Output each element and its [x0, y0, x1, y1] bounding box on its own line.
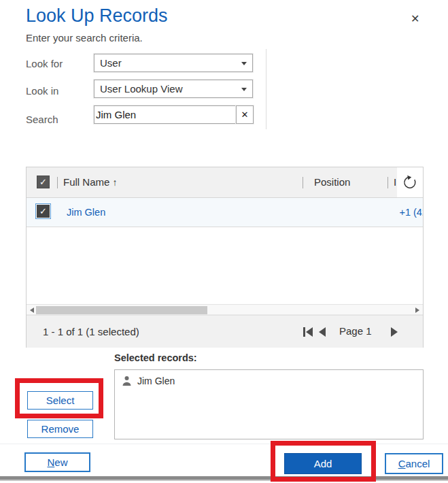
cancel-button[interactable]: Cancel	[385, 453, 443, 474]
search-value: Jim Glen	[96, 109, 136, 120]
sort-ascending-icon: ↑	[113, 177, 118, 188]
record-count-status: 1 - 1 of 1 (1 selected)	[43, 326, 139, 337]
page-title: Look Up Records	[26, 5, 168, 27]
next-page-icon[interactable]	[391, 327, 398, 337]
search-label: Search	[26, 114, 58, 125]
window-bottom-edge-shadow	[0, 480, 448, 481]
look-in-value: User Lookup View	[100, 83, 182, 95]
remove-button[interactable]: Remove	[27, 420, 93, 438]
dialog-subtitle: Enter your search criteria.	[26, 32, 143, 44]
selected-records-label: Selected records:	[114, 352, 197, 363]
column-header-full-name[interactable]: Full Name ↑	[63, 176, 118, 188]
check-icon: ✓	[39, 206, 47, 216]
row-phone-value: +1 (42	[399, 207, 423, 218]
scrollbar-thumb[interactable]	[36, 306, 207, 314]
new-button[interactable]: New	[24, 452, 90, 472]
grid-header: ✓ Full Name ↑ Position I	[27, 167, 423, 198]
first-page-icon	[303, 327, 305, 337]
horizontal-scrollbar[interactable]	[27, 304, 423, 315]
look-for-value: User	[100, 57, 122, 69]
column-header-position[interactable]: Position	[314, 176, 350, 188]
clear-search-button[interactable]: ✕	[236, 105, 254, 124]
list-item[interactable]: Jim Glen	[122, 376, 175, 386]
first-page-icon	[306, 327, 313, 337]
add-button[interactable]: Add	[284, 453, 362, 474]
check-icon: ✓	[39, 177, 47, 187]
scroll-left-icon[interactable]	[30, 307, 34, 313]
refresh-icon	[402, 175, 417, 190]
lookup-records-dialog: Look Up Records ✕ Enter your search crit…	[0, 0, 448, 483]
select-button[interactable]: Select	[27, 391, 93, 410]
look-for-label: Look for	[26, 58, 63, 69]
look-in-dropdown[interactable]: User Lookup View	[94, 80, 253, 98]
selected-records-box: Jim Glen	[114, 369, 424, 439]
selected-record-name: Jim Glen	[137, 376, 175, 386]
previous-page-icon[interactable]	[319, 327, 326, 337]
form-divider	[266, 49, 266, 129]
close-icon[interactable]: ✕	[409, 11, 421, 27]
page-number-label: Page 1	[339, 325, 372, 337]
chevron-down-icon	[241, 88, 247, 91]
results-grid: ✓ Full Name ↑ Position I ✓ Jim Glen	[26, 167, 424, 348]
chevron-down-icon	[241, 62, 247, 65]
row-checkbox[interactable]: ✓	[37, 205, 50, 218]
column-header-truncated[interactable]: I	[394, 176, 396, 188]
first-page-button[interactable]	[303, 327, 313, 337]
column-divider	[303, 177, 303, 188]
column-divider	[387, 177, 388, 188]
look-for-dropdown[interactable]: User	[94, 54, 253, 72]
table-row[interactable]: ✓ Jim Glen +1 (42	[27, 198, 423, 227]
footer-divider	[0, 444, 448, 444]
search-input[interactable]: Jim Glen	[94, 105, 236, 124]
select-all-checkbox[interactable]: ✓	[37, 176, 50, 188]
grid-status-bar: 1 - 1 of 1 (1 selected) Page 1	[27, 315, 423, 348]
person-icon	[122, 376, 132, 386]
row-full-name-link[interactable]: Jim Glen	[67, 207, 105, 218]
column-divider	[57, 177, 58, 188]
refresh-button[interactable]	[397, 167, 423, 197]
scroll-right-icon[interactable]	[415, 307, 419, 313]
clear-icon: ✕	[241, 110, 249, 120]
look-in-label: Look in	[26, 85, 58, 97]
